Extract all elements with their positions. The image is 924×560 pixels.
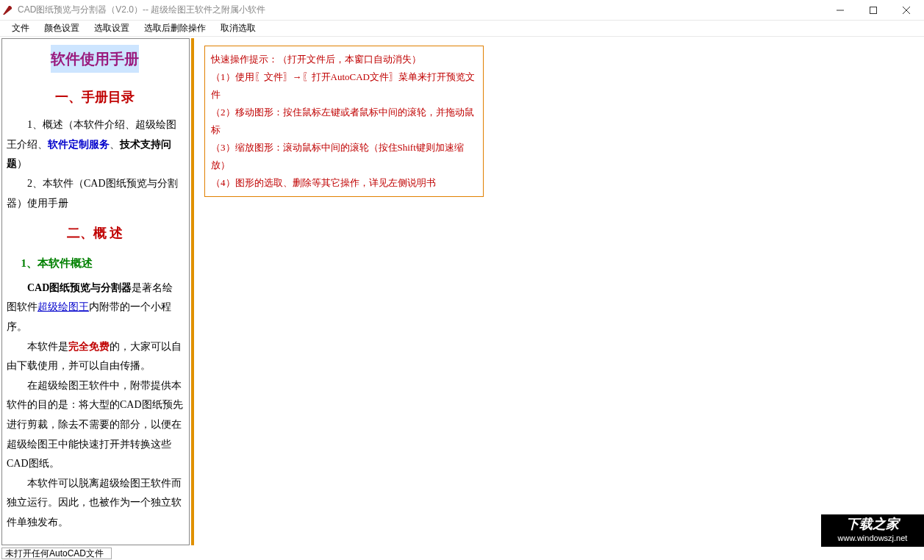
titlebar: CAD图纸预览与分割器（V2.0）-- 超级绘图王软件之附属小软件 xyxy=(0,0,924,21)
section-2-heading: 2、所属主软件（超级绘图王）概述 xyxy=(7,540,183,545)
tip-line-2: （2）移动图形：按住鼠标左键或者鼠标中间的滚轮，并拖动鼠标 xyxy=(211,104,477,139)
watermark-main: 下载之家 xyxy=(823,516,923,532)
tip-line-3: （3）缩放图形：滚动鼠标中间的滚轮（按住Shift键则加速缩放） xyxy=(211,139,477,174)
left-panel: 软件使用手册 一、手册目录 1、概述（本软件介绍、超级绘图王介绍、软件定制服务、… xyxy=(1,38,190,545)
window-controls xyxy=(823,0,923,21)
section-1-heading: 1、本软件概述 xyxy=(7,253,183,274)
link-superdraw[interactable]: 超级绘图王 xyxy=(37,301,89,312)
window-title: CAD图纸预览与分割器（V2.0）-- 超级绘图王软件之附属小软件 xyxy=(18,4,823,16)
right-panel: 快速操作提示：（打开文件后，本窗口自动消失） （1）使用〖文件〗→〖打开Auto… xyxy=(194,37,924,547)
app-icon xyxy=(1,4,13,16)
statusbar: 未打开任何AutoCAD文件 xyxy=(0,547,924,560)
menu-file[interactable]: 文件 xyxy=(4,21,37,36)
minimize-button[interactable] xyxy=(823,0,856,21)
close-button[interactable] xyxy=(889,0,923,21)
menu-cancel-select[interactable]: 取消选取 xyxy=(213,21,263,36)
watermark: 下载之家 www.windowszj.net xyxy=(821,514,924,547)
paragraph-2: 本软件是完全免费的，大家可以自由下载使用，并可以自由传播。 xyxy=(7,337,183,376)
toc-heading: 一、手册目录 xyxy=(7,85,183,110)
watermark-sub: www.windowszj.net xyxy=(823,532,923,544)
paragraph-4: 本软件可以脱离超级绘图王软件而独立运行。因此，也被作为一个独立软件单独发布。 xyxy=(7,474,183,533)
quick-tips-box: 快速操作提示：（打开文件后，本窗口自动消失） （1）使用〖文件〗→〖打开Auto… xyxy=(204,46,484,197)
menu-select[interactable]: 选取设置 xyxy=(87,21,137,36)
doc-title: 软件使用手册 xyxy=(51,45,139,73)
menu-color[interactable]: 颜色设置 xyxy=(37,21,87,36)
doc-content[interactable]: 软件使用手册 一、手册目录 1、概述（本软件介绍、超级绘图王介绍、软件定制服务、… xyxy=(2,39,189,545)
tip-line-1: （1）使用〖文件〗→〖打开AutoCAD文件〗菜单来打开预览文件 xyxy=(211,68,477,104)
paragraph-1: CAD图纸预览与分割器是著名绘图软件超级绘图王内附带的一个小程序。 xyxy=(7,279,183,337)
menu-select-delete[interactable]: 选取后删除操作 xyxy=(137,21,213,36)
tip-line-0: 快速操作提示：（打开文件后，本窗口自动消失） xyxy=(211,51,477,68)
paragraph-3: 在超级绘图王软件中，附带提供本软件的目的是：将大型的CAD图纸预先进行剪裁，除去… xyxy=(7,376,183,474)
main-area: 软件使用手册 一、手册目录 1、概述（本软件介绍、超级绘图王介绍、软件定制服务、… xyxy=(0,37,924,547)
maximize-button[interactable] xyxy=(856,0,889,21)
tip-line-4: （4）图形的选取、删除等其它操作，详见左侧说明书 xyxy=(211,174,477,192)
menubar: 文件 颜色设置 选取设置 选取后删除操作 取消选取 xyxy=(0,21,924,37)
overview-heading: 二、概 述 xyxy=(7,220,183,245)
toc-item-1: 1、概述（本软件介绍、超级绘图王介绍、软件定制服务、技术支持问题） xyxy=(7,115,183,174)
status-text: 未打开任何AutoCAD文件 xyxy=(1,548,112,559)
svg-rect-0 xyxy=(870,7,876,13)
toc-item-2: 2、本软件（CAD图纸预览与分割器）使用手册 xyxy=(7,174,183,213)
